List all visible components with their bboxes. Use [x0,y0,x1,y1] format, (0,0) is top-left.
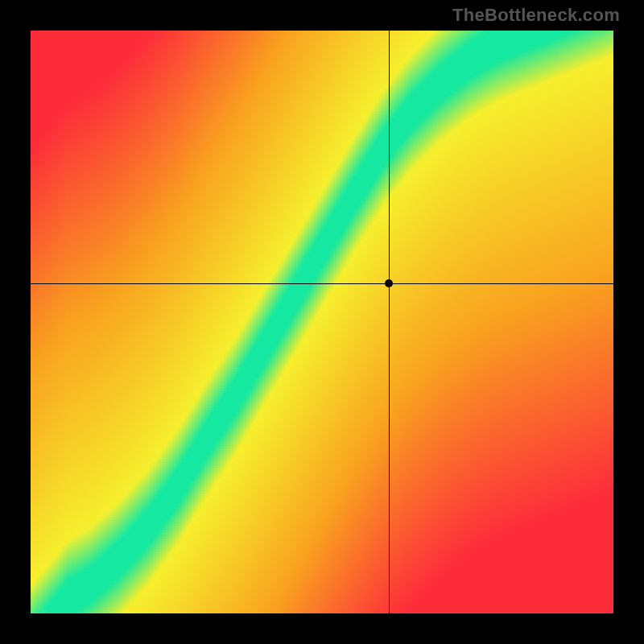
crosshair-vertical [389,31,390,613]
heatmap-plot-area [31,31,613,613]
heatmap-canvas [31,31,613,613]
crosshair-horizontal [31,283,613,284]
watermark-text: TheBottleneck.com [452,5,620,26]
chart-frame: TheBottleneck.com [0,0,644,644]
